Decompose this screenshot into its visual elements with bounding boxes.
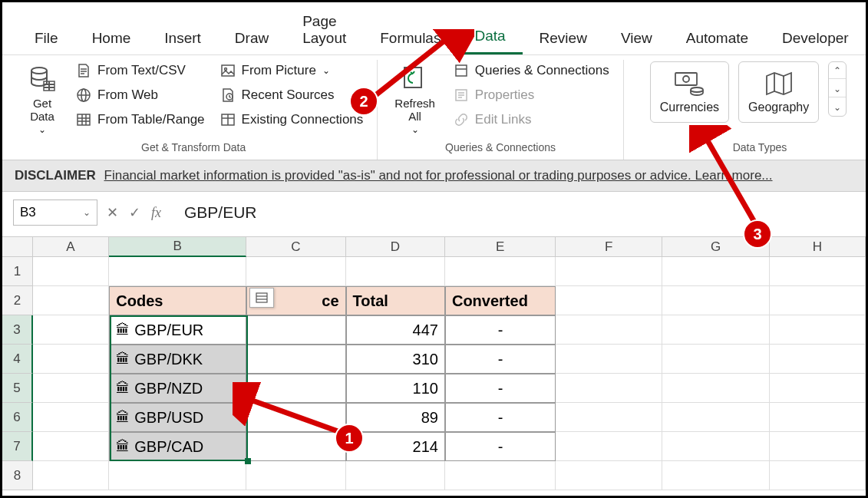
cell-a4[interactable] — [33, 345, 110, 374]
cell-g4[interactable] — [662, 345, 769, 374]
cell-h3[interactable] — [770, 315, 866, 345]
from-picture-button[interactable]: From Picture — [217, 61, 367, 80]
scroll-more-icon[interactable]: ⌄ — [829, 99, 846, 116]
cell-f1[interactable] — [556, 257, 662, 286]
geography-button[interactable]: Geography — [738, 61, 819, 123]
cell-h2[interactable] — [770, 286, 866, 315]
select-all-corner[interactable] — [2, 237, 33, 257]
cell-h5[interactable] — [770, 374, 866, 403]
insert-data-flyout[interactable] — [249, 288, 274, 308]
cell-b2[interactable]: Codes — [109, 286, 246, 315]
cell-d1[interactable] — [346, 257, 445, 286]
cell-d3[interactable]: 447 — [346, 315, 445, 345]
chevron-down-icon[interactable]: ⌄ — [83, 207, 91, 218]
col-header-b[interactable]: B — [109, 237, 246, 257]
cell-a7[interactable] — [33, 432, 110, 461]
cell-a8[interactable] — [33, 461, 110, 490]
fx-icon[interactable]: fx — [151, 205, 161, 221]
queries-connections-button[interactable]: Queries & Connections — [451, 61, 612, 80]
from-table-range-button[interactable]: From Table/Range — [73, 110, 208, 129]
cell-b4[interactable]: 🏛GBP/DKK — [109, 345, 246, 374]
cell-b7[interactable]: 🏛GBP/CAD — [109, 432, 246, 461]
cell-g3[interactable] — [662, 315, 769, 345]
cell-g2[interactable] — [662, 286, 769, 315]
cell-d5[interactable]: 110 — [346, 374, 445, 403]
cell-e2[interactable]: Converted — [445, 286, 556, 315]
col-header-d[interactable]: D — [346, 237, 445, 257]
cell-b6[interactable]: 🏛GBP/USD — [109, 403, 246, 432]
tab-automate[interactable]: Automate — [669, 25, 765, 54]
cell-g6[interactable] — [662, 403, 769, 432]
cell-d6[interactable]: 89 — [346, 403, 445, 432]
cell-e5[interactable]: - — [445, 374, 556, 403]
recent-sources-button[interactable]: Recent Sources — [217, 86, 367, 104]
cell-g8[interactable] — [662, 461, 769, 490]
selection-handle[interactable] — [245, 458, 251, 464]
cell-h8[interactable] — [770, 461, 866, 490]
cell-f2[interactable] — [556, 286, 662, 315]
cell-b5[interactable]: 🏛GBP/NZD — [109, 374, 246, 403]
cell-d4[interactable]: 310 — [346, 345, 445, 374]
tab-lambda[interactable]: Lambda — [866, 25, 868, 54]
from-text-csv-button[interactable]: From Text/CSV — [73, 61, 208, 80]
cell-e1[interactable] — [445, 257, 556, 286]
cell-b3[interactable]: 🏛GBP/EUR — [109, 315, 246, 345]
tab-view[interactable]: View — [604, 25, 669, 54]
tab-insert[interactable]: Insert — [147, 25, 218, 54]
data-types-scroll[interactable]: ⌃ ⌄ ⌄ — [828, 61, 847, 117]
get-data-button[interactable]: Get Data — [21, 61, 64, 138]
cell-f3[interactable] — [556, 315, 662, 345]
cell-d8[interactable] — [346, 461, 445, 490]
cell-b8[interactable] — [109, 461, 246, 490]
row-header-3[interactable]: 3 — [2, 315, 33, 345]
cell-g7[interactable] — [662, 432, 769, 461]
cell-d2[interactable]: Total — [346, 286, 445, 315]
cell-a2[interactable] — [33, 286, 110, 315]
cell-e3[interactable]: - — [445, 315, 556, 345]
row-header-1[interactable]: 1 — [2, 257, 33, 286]
row-header-2[interactable]: 2 — [2, 286, 33, 315]
col-header-f[interactable]: F — [556, 237, 662, 257]
from-web-button[interactable]: From Web — [73, 86, 208, 104]
cell-f6[interactable] — [556, 403, 662, 432]
cell-e8[interactable] — [445, 461, 556, 490]
cell-c4[interactable] — [246, 345, 345, 374]
currencies-button[interactable]: Currencies — [650, 61, 729, 123]
cell-a1[interactable] — [33, 257, 110, 286]
row-header-5[interactable]: 5 — [2, 374, 33, 403]
cell-h4[interactable] — [770, 345, 866, 374]
cell-f7[interactable] — [556, 432, 662, 461]
tab-home[interactable]: Home — [75, 25, 148, 54]
cell-c8[interactable] — [246, 461, 345, 490]
col-header-c[interactable]: C — [246, 237, 345, 257]
tab-draw[interactable]: Draw — [218, 25, 285, 54]
cell-g5[interactable] — [662, 374, 769, 403]
worksheet[interactable]: A B C D E F G H 1 2 Codes ce Total Conve… — [2, 237, 866, 490]
cell-c3[interactable] — [246, 315, 345, 345]
row-header-7[interactable]: 7 — [2, 432, 33, 461]
cell-a3[interactable] — [33, 315, 110, 345]
cell-a5[interactable] — [33, 374, 110, 403]
cell-h7[interactable] — [770, 432, 866, 461]
cell-g1[interactable] — [662, 257, 769, 286]
cell-a6[interactable] — [33, 403, 110, 432]
cell-c1[interactable] — [246, 257, 345, 286]
cell-e7[interactable]: - — [445, 432, 556, 461]
disclaimer-link[interactable]: Financial market information is provided… — [104, 168, 773, 183]
cell-h1[interactable] — [770, 257, 866, 286]
cell-f8[interactable] — [556, 461, 662, 490]
cell-h6[interactable] — [770, 403, 866, 432]
cell-f4[interactable] — [556, 345, 662, 374]
name-box[interactable]: B3 ⌄ — [13, 200, 97, 226]
row-header-6[interactable]: 6 — [2, 403, 33, 432]
cell-f5[interactable] — [556, 374, 662, 403]
cell-e6[interactable]: - — [445, 403, 556, 432]
tab-review[interactable]: Review — [523, 25, 604, 54]
row-header-8[interactable]: 8 — [2, 461, 33, 490]
tab-developer[interactable]: Developer — [765, 25, 866, 54]
scroll-down-icon[interactable]: ⌄ — [829, 81, 846, 97]
enter-icon[interactable]: ✓ — [129, 204, 140, 221]
scroll-up-icon[interactable]: ⌃ — [829, 62, 846, 79]
cell-b1[interactable] — [109, 257, 246, 286]
col-header-e[interactable]: E — [445, 237, 556, 257]
